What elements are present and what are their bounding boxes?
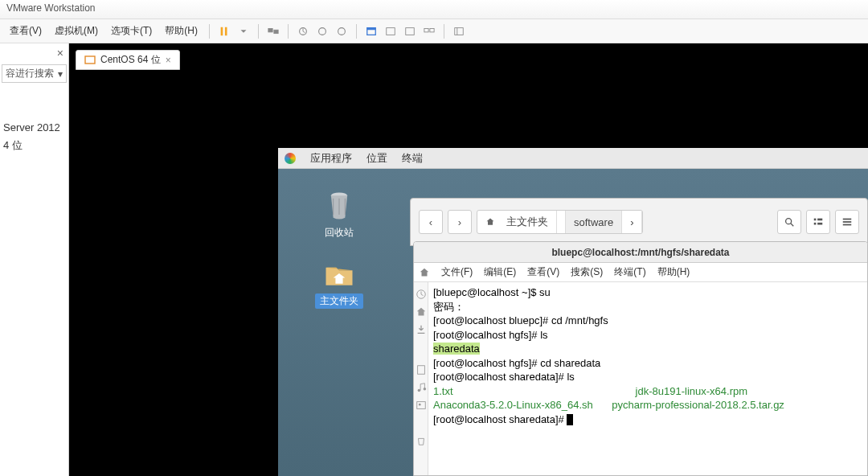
terminal-title: bluepc@localhost:/mnt/hgfs/sharedata xyxy=(414,242,867,263)
app-menubar: 查看(V) 虚拟机(M) 选项卡(T) 帮助(H) xyxy=(0,19,868,43)
search-icon xyxy=(784,216,795,228)
gnome-places[interactable]: 位置 xyxy=(366,151,387,166)
svg-rect-3 xyxy=(274,30,278,33)
svg-rect-22 xyxy=(814,223,817,225)
trash-icon[interactable] xyxy=(416,435,427,446)
forward-button[interactable]: › xyxy=(448,210,472,234)
back-button[interactable]: ‹ xyxy=(419,210,443,234)
search-button[interactable] xyxy=(777,210,801,234)
home-icon[interactable] xyxy=(416,306,427,318)
library-search[interactable]: 容进行搜索 ▾ xyxy=(2,64,67,83)
unity-icon[interactable] xyxy=(383,23,399,39)
snapshot-revert-icon[interactable] xyxy=(314,23,330,39)
svg-rect-32 xyxy=(416,402,425,409)
term-menu-help[interactable]: 帮助(H) xyxy=(657,265,690,279)
terminal-window: bluepc@localhost:/mnt/hgfs/sharedata 文件(… xyxy=(413,241,868,476)
menu-tabs[interactable]: 选项卡(T) xyxy=(104,21,158,41)
svg-rect-23 xyxy=(817,219,822,221)
svg-point-6 xyxy=(338,27,346,35)
svg-rect-14 xyxy=(457,27,457,35)
svg-point-30 xyxy=(417,389,420,392)
svg-rect-29 xyxy=(417,366,424,375)
home-label: 主文件夹 xyxy=(315,293,363,309)
term-menu-view[interactable]: 查看(V) xyxy=(527,265,559,279)
svg-rect-15 xyxy=(85,56,95,64)
home-folder-icon[interactable]: 主文件夹 xyxy=(315,256,363,309)
close-icon[interactable]: × xyxy=(166,55,171,66)
chevron-down-icon: ▾ xyxy=(58,68,63,80)
svg-line-20 xyxy=(791,224,794,227)
path-next[interactable]: › xyxy=(622,211,642,233)
menu-icon xyxy=(841,216,853,228)
fullscreen-icon[interactable] xyxy=(363,23,379,39)
file-manager-toolbar: ‹ › 主文件夹 software › xyxy=(410,198,868,246)
pause-icon[interactable] xyxy=(216,23,232,39)
recent-icon[interactable] xyxy=(416,289,427,300)
term-menu-term[interactable]: 终端(T) xyxy=(614,265,645,279)
menu-help[interactable]: 帮助(H) xyxy=(158,21,204,41)
path-bar: 主文件夹 software › xyxy=(477,210,643,234)
multi-monitor-icon[interactable] xyxy=(421,23,437,39)
highlighted-dir: sharedata xyxy=(433,343,480,355)
terminal-output[interactable]: [bluepc@localhost ~]$ su 密码： [root@local… xyxy=(428,282,867,475)
svg-rect-27 xyxy=(843,224,852,226)
term-menu-edit[interactable]: 编辑(E) xyxy=(484,265,516,279)
vm-icon xyxy=(84,55,96,66)
trash-icon[interactable]: 回收站 xyxy=(315,188,363,240)
thumbnail-icon[interactable] xyxy=(402,23,418,39)
terminal-menubar: 文件(F) 编辑(E) 查看(V) 搜索(S) 终端(T) 帮助(H) xyxy=(414,263,867,282)
menu-vm[interactable]: 虚拟机(M) xyxy=(48,21,104,41)
path-home[interactable]: 主文件夹 xyxy=(477,211,566,233)
svg-rect-12 xyxy=(430,28,434,31)
gnome-apps[interactable]: 应用程序 xyxy=(310,151,352,166)
snapshot-icon[interactable] xyxy=(295,23,311,39)
svg-rect-0 xyxy=(221,27,223,35)
view-list-button[interactable] xyxy=(806,210,830,234)
activities-icon[interactable] xyxy=(285,153,296,164)
library-item[interactable]: Server 2012 xyxy=(0,120,68,135)
svg-rect-10 xyxy=(406,27,415,35)
library-item[interactable]: 4 位 xyxy=(0,137,68,154)
svg-rect-25 xyxy=(843,219,852,220)
vm-tab[interactable]: CentOS 64 位 × xyxy=(76,50,180,70)
svg-point-5 xyxy=(319,27,326,35)
documents-icon[interactable] xyxy=(416,364,427,375)
svg-rect-21 xyxy=(814,219,817,221)
svg-rect-26 xyxy=(843,221,852,223)
svg-point-33 xyxy=(418,404,420,406)
vm-display: CentOS 64 位 × 应用程序 位置 终端 回收站 主文件夹 技术 xyxy=(69,43,868,476)
search-placeholder: 容进行搜索 xyxy=(6,67,54,80)
trash-label: 回收站 xyxy=(315,226,363,240)
library-panel: × 容进行搜索 ▾ Server 2012 4 位 xyxy=(0,43,69,476)
music-icon[interactable] xyxy=(416,382,427,393)
cursor xyxy=(567,414,573,425)
vm-tab-label: CentOS 64 位 xyxy=(100,53,161,67)
window-title: VMware Workstation xyxy=(0,0,868,19)
downloads-icon[interactable] xyxy=(416,324,427,335)
pictures-icon[interactable] xyxy=(416,400,427,411)
svg-point-31 xyxy=(423,388,426,391)
svg-point-19 xyxy=(786,219,792,224)
menu-view[interactable]: 查看(V) xyxy=(3,21,48,41)
svg-rect-11 xyxy=(424,28,428,31)
svg-rect-8 xyxy=(367,27,376,30)
svg-rect-24 xyxy=(817,223,822,225)
svg-rect-2 xyxy=(268,28,272,31)
term-menu-file[interactable]: 文件(F) xyxy=(441,265,473,279)
places-sidebar xyxy=(414,282,428,475)
library-icon[interactable] xyxy=(451,23,467,39)
term-menu-search[interactable]: 搜索(S) xyxy=(571,265,603,279)
home-icon[interactable] xyxy=(419,267,430,278)
snapshot-manage-icon[interactable] xyxy=(334,23,350,39)
send-ctrl-alt-del-icon[interactable] xyxy=(265,23,281,39)
svg-rect-13 xyxy=(455,27,464,35)
list-icon xyxy=(813,216,824,228)
gnome-terminal[interactable]: 终端 xyxy=(402,151,423,166)
dropdown-icon[interactable] xyxy=(235,23,252,39)
svg-rect-1 xyxy=(225,27,227,35)
path-software[interactable]: software xyxy=(566,211,622,233)
gnome-top-bar: 应用程序 位置 终端 xyxy=(278,148,868,169)
close-icon[interactable]: × xyxy=(57,47,63,60)
hamburger-button[interactable] xyxy=(835,210,859,234)
svg-rect-9 xyxy=(387,27,395,35)
